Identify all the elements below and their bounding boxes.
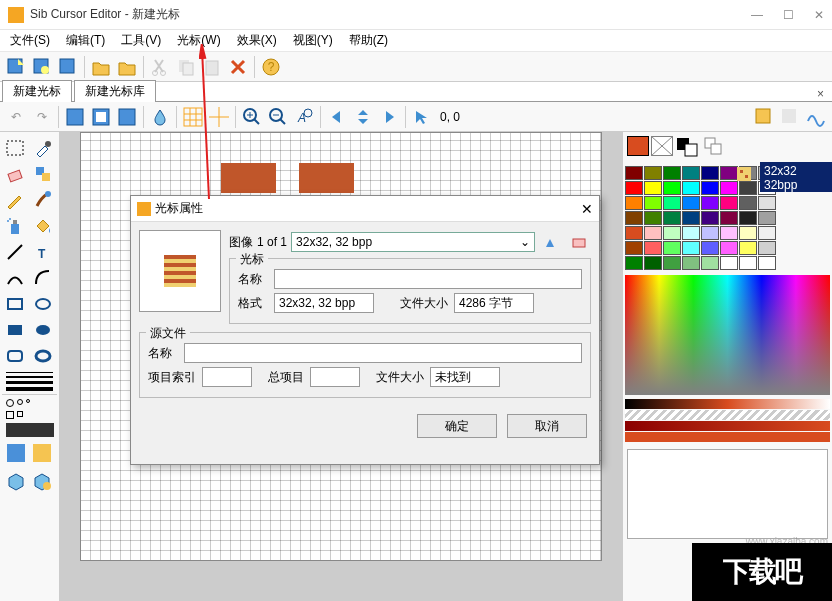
menu-file[interactable]: 文件(S)	[4, 30, 56, 51]
apply-format-icon[interactable]	[539, 230, 563, 254]
color-swatch[interactable]	[663, 211, 681, 225]
tb-copy-icon[interactable]	[174, 55, 198, 79]
color-swatch[interactable]	[663, 256, 681, 270]
tb-save-icon[interactable]	[56, 55, 80, 79]
color-swatch[interactable]	[644, 196, 662, 210]
droplet-icon[interactable]	[148, 105, 172, 129]
color-swatch[interactable]	[701, 256, 719, 270]
foreground-swatch[interactable]	[627, 136, 649, 156]
color-swatch[interactable]	[758, 241, 776, 255]
undo-icon[interactable]: ↶	[4, 105, 28, 129]
color-swatch[interactable]	[625, 241, 643, 255]
color-swatch[interactable]	[644, 256, 662, 270]
fg-bg-toggle-icon[interactable]	[675, 136, 701, 158]
box3d-lock-icon[interactable]	[30, 469, 54, 493]
move-right-icon[interactable]	[377, 105, 401, 129]
color-swatch[interactable]	[701, 226, 719, 240]
move-left-icon[interactable]	[325, 105, 349, 129]
zoom-out-icon[interactable]	[266, 105, 290, 129]
ring-tool[interactable]	[30, 344, 56, 368]
color-swatch[interactable]	[644, 211, 662, 225]
zoom-fit-icon[interactable]: A	[292, 105, 316, 129]
color-swatch[interactable]	[625, 181, 643, 195]
eyedropper-tool[interactable]	[30, 136, 56, 160]
tb-folder2-icon[interactable]	[115, 55, 139, 79]
filled-rect-tool[interactable]	[2, 318, 28, 342]
color-swatch[interactable]	[739, 211, 757, 225]
src-name-input[interactable]	[184, 343, 582, 363]
tb-folder-icon[interactable]	[89, 55, 113, 79]
ellipse-tool[interactable]	[30, 292, 56, 316]
project-index-input[interactable]	[202, 367, 252, 387]
cancel-button[interactable]: 取消	[507, 414, 587, 438]
color-swatch[interactable]	[663, 181, 681, 195]
menu-effects[interactable]: 效果(X)	[231, 30, 283, 51]
color-swatch[interactable]	[720, 226, 738, 240]
right-tb3-icon[interactable]	[804, 105, 828, 129]
tb-cut-icon[interactable]	[148, 55, 172, 79]
format-select[interactable]: 32x32, 32 bpp ⌄	[291, 232, 535, 252]
color-swatch[interactable]	[682, 256, 700, 270]
swap-colors-icon[interactable]	[703, 136, 725, 158]
sizes-list-item[interactable]: 32x32 32bpp	[760, 162, 832, 192]
maximize-button[interactable]: ☐	[783, 8, 794, 22]
color-swatch[interactable]	[758, 196, 776, 210]
curve-tool[interactable]	[2, 266, 28, 290]
redo-icon[interactable]: ↷	[30, 105, 54, 129]
color-swatch[interactable]	[701, 211, 719, 225]
menu-help[interactable]: 帮助(Z)	[343, 30, 394, 51]
color-swatch[interactable]	[682, 226, 700, 240]
color-swatch[interactable]	[720, 241, 738, 255]
color-swatch[interactable]	[739, 241, 757, 255]
layer1-icon[interactable]	[63, 105, 87, 129]
color-swatch[interactable]	[758, 256, 776, 270]
ok-button[interactable]: 确定	[417, 414, 497, 438]
move-updown-icon[interactable]	[351, 105, 375, 129]
size-thumb-icon[interactable]	[734, 164, 754, 184]
minimize-button[interactable]: —	[751, 8, 763, 22]
color-swatch[interactable]	[625, 226, 643, 240]
gradient-strips[interactable]	[625, 399, 830, 443]
color-swatch[interactable]	[758, 211, 776, 225]
menu-tools[interactable]: 工具(V)	[115, 30, 167, 51]
eraser-tool[interactable]	[2, 162, 28, 186]
tb-help-icon[interactable]: ?	[259, 55, 283, 79]
color-swatch[interactable]	[682, 241, 700, 255]
brush-tool[interactable]	[30, 188, 56, 212]
fill-tool[interactable]	[30, 214, 56, 238]
layer2-icon[interactable]	[89, 105, 113, 129]
tb-new-icon[interactable]	[4, 55, 28, 79]
color-swatch[interactable]	[739, 196, 757, 210]
color-swatch[interactable]	[682, 166, 700, 180]
color-swatch[interactable]	[682, 211, 700, 225]
color-picker[interactable]	[625, 275, 830, 395]
color-swatch[interactable]	[720, 196, 738, 210]
spray-tool[interactable]	[2, 214, 28, 238]
color-swatch[interactable]	[625, 166, 643, 180]
tab-close-icon[interactable]: ×	[809, 87, 832, 101]
color-swatch[interactable]	[644, 181, 662, 195]
color-swatch[interactable]	[625, 256, 643, 270]
total-items-input[interactable]	[310, 367, 360, 387]
color-swatch[interactable]	[644, 226, 662, 240]
text-tool[interactable]: T	[30, 240, 56, 264]
round-rect-tool[interactable]	[2, 344, 28, 368]
pencil-tool[interactable]	[2, 188, 28, 212]
box3d-icon[interactable]	[4, 469, 28, 493]
brush-shape-selector[interactable]	[6, 399, 53, 407]
arc-tool[interactable]	[30, 266, 56, 290]
color-swatch[interactable]	[625, 211, 643, 225]
replace-color-tool[interactable]	[30, 162, 56, 186]
menu-view[interactable]: 视图(Y)	[287, 30, 339, 51]
color-swatch[interactable]	[682, 181, 700, 195]
line-width-selector[interactable]	[2, 372, 57, 391]
transparent-swatch[interactable]	[651, 136, 673, 156]
dialog-close-button[interactable]: ✕	[581, 201, 593, 217]
layer-b-icon[interactable]	[30, 441, 54, 465]
tab-cursor[interactable]: 新建光标	[2, 80, 72, 102]
color-swatch[interactable]	[758, 226, 776, 240]
color-swatch[interactable]	[682, 196, 700, 210]
delete-format-icon[interactable]	[567, 230, 591, 254]
color-swatch[interactable]	[663, 226, 681, 240]
tb-open-icon[interactable]	[30, 55, 54, 79]
